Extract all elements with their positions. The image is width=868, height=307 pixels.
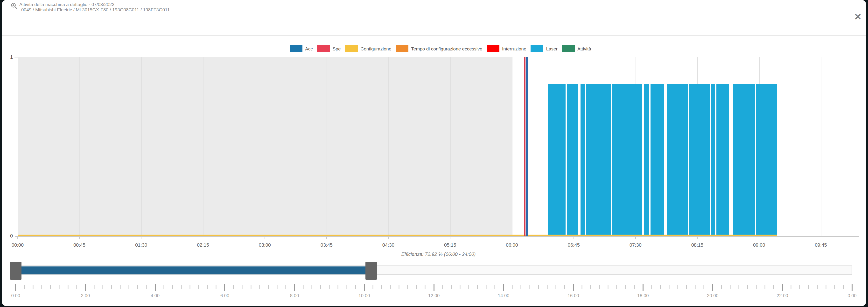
legend-swatch — [396, 45, 408, 52]
slider-handle-left[interactable] — [10, 262, 22, 280]
legend-item-attivit-[interactable]: Attività — [562, 45, 591, 52]
legend-swatch — [317, 45, 330, 52]
legend-label: Spe — [333, 47, 341, 52]
legend-label: Acc — [305, 47, 313, 52]
legend-swatch — [290, 45, 303, 52]
slider-handle-right[interactable] — [366, 262, 377, 280]
dialog-title: Attività della macchina a dettaglio - 07… — [19, 2, 170, 7]
screen: Attività della macchina a dettaglio - 07… — [0, 0, 868, 307]
dialog-subtitle: 0049 / Mitsubishi Electric / ML3015GX-F8… — [21, 7, 170, 12]
legend-swatch — [345, 45, 358, 52]
legend-swatch — [562, 45, 575, 52]
dialog-header: Attività della macchina a dettaglio - 07… — [19, 2, 170, 12]
legend-label: Attività — [578, 47, 591, 52]
legend-label: Tempo di configurazione eccessivo — [411, 47, 482, 52]
legend-swatch — [531, 45, 544, 52]
legend-item-configurazione[interactable]: Configurazione — [345, 45, 392, 52]
chart-legend: AccSpeConfigurazioneTempo di configurazi… — [20, 45, 861, 52]
legend-label: Laser — [546, 47, 558, 52]
legend-item-interruzione[interactable]: Interruzione — [487, 45, 526, 52]
legend-swatch — [487, 45, 499, 52]
legend-item-laser[interactable]: Laser — [531, 45, 558, 52]
legend-item-spe[interactable]: Spe — [317, 45, 341, 52]
header-divider — [2, 35, 866, 36]
legend-item-tempo-di-configurazione-eccessivo[interactable]: Tempo di configurazione eccessivo — [396, 45, 482, 52]
close-button[interactable]: ✕ — [852, 11, 864, 23]
legend-label: Interruzione — [502, 47, 526, 52]
legend-label: Configurazione — [361, 47, 392, 52]
zoom-in-icon — [11, 2, 18, 9]
machine-activity-detail-panel: Attività della macchina a dettaglio - 07… — [2, 0, 866, 306]
legend-item-acc[interactable]: Acc — [290, 45, 313, 52]
